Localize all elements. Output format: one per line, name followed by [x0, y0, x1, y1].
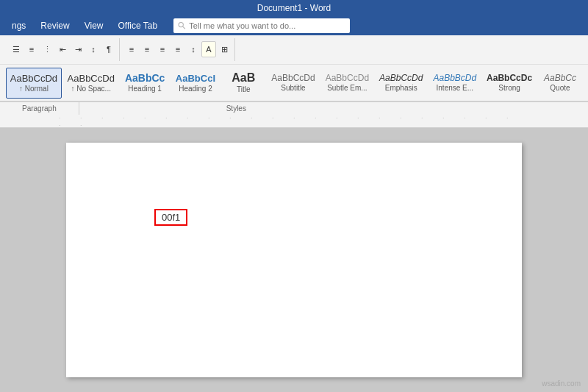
style-emphasis[interactable]: AaBbCcDd Emphasis [375, 68, 427, 99]
ribbon-toolbar: ☰ ≡ ⋮ ⇤ ⇥ ↕ ¶ ≡ ≡ ≡ ≡ ↕ A ⊞ [0, 35, 588, 65]
title-bar: Document1 - Word [0, 0, 588, 16]
document-page[interactable]: 00f1 [66, 143, 522, 377]
style-heading1-preview: AaBbCc [125, 73, 165, 83]
sort-button[interactable]: ↕ [86, 41, 101, 57]
style-normal[interactable]: AaBbCcDd ↑ Normal [6, 68, 62, 99]
style-heading1[interactable]: AaBbCc Heading 1 [121, 68, 170, 99]
style-quote-preview: AaBbCc [544, 74, 576, 82]
align-center-button[interactable]: ≡ [140, 41, 154, 57]
style-emphasis-preview: AaBbCcDd [379, 74, 423, 82]
style-heading2-label: Heading 2 [179, 85, 212, 93]
search-icon [178, 21, 186, 30]
title-text: Document1 - Word [257, 3, 331, 13]
style-subtitle-label: Subtitle [281, 84, 305, 92]
style-subtle-em-label: Subtle Em... [327, 84, 367, 92]
style-title[interactable]: AaB Title [221, 68, 265, 99]
menu-item-office-tab[interactable]: Office Tab [112, 19, 164, 32]
search-input[interactable] [189, 21, 345, 30]
style-no-space-label: ↑ No Spac... [71, 85, 110, 93]
style-title-preview: AaB [232, 72, 255, 84]
style-emphasis-label: Emphasis [385, 84, 417, 92]
style-subtitle[interactable]: AaBbCcDd Subtitle [267, 68, 319, 99]
increase-indent-button[interactable]: ⇥ [71, 41, 85, 57]
justify-button[interactable]: ≡ [171, 41, 185, 57]
decrease-indent-button[interactable]: ⇤ [55, 41, 70, 57]
style-quote-label: Quote [550, 84, 570, 92]
watermark: wsadin.com [542, 379, 581, 388]
style-intense-e-label: Intense E... [437, 84, 474, 92]
styles-label: Styles [79, 102, 393, 115]
style-normal-label: ↑ Normal [19, 85, 49, 93]
selected-text: 00f1 [154, 209, 187, 226]
style-no-space[interactable]: AaBbCcDd ↑ No Spac... [63, 68, 119, 99]
style-subtle-em[interactable]: AaBbCcDd Subtle Em... [321, 68, 373, 99]
line-spacing-button[interactable]: ↕ [186, 41, 201, 57]
borders-button[interactable]: ⊞ [217, 41, 232, 57]
ruler-content: · · · · · · · · · · · · · · · · · · · · … [59, 114, 529, 129]
text-selection-area: 00f1 [154, 209, 187, 226]
style-strong-preview: AaBbCcDc [487, 74, 532, 82]
style-quote[interactable]: AaBbCc Quote [538, 68, 582, 99]
alignment-group: ≡ ≡ ≡ ≡ ↕ A ⊞ [121, 38, 235, 61]
style-intense-e[interactable]: AaBbBcDd Intense E... [429, 68, 481, 99]
numbering-button[interactable]: ≡ [24, 41, 39, 57]
svg-line-1 [183, 26, 185, 29]
style-no-space-preview: AaBbCcDd [68, 74, 115, 83]
menu-item-review[interactable]: Review [35, 19, 75, 32]
align-right-button[interactable]: ≡ [155, 41, 170, 57]
style-heading1-label: Heading 1 [128, 85, 162, 93]
style-subtle-em-preview: AaBbCcDd [326, 74, 369, 82]
ribbon: ☰ ≡ ⋮ ⇤ ⇥ ↕ ¶ ≡ ≡ ≡ ≡ ↕ A ⊞ AaBbCcDd ↑ N… [0, 35, 588, 101]
paragraph-label: Paragraph [0, 102, 79, 115]
shading-button[interactable]: A [201, 41, 216, 57]
show-formatting-button[interactable]: ¶ [101, 41, 116, 57]
ribbon-styles: AaBbCcDd ↑ Normal AaBbCcDd ↑ No Spac... … [0, 65, 588, 101]
ruler: · · · · · · · · · · · · · · · · · · · · … [0, 115, 588, 128]
multilevel-list-button[interactable]: ⋮ [40, 41, 54, 57]
style-intense-e-preview: AaBbBcDd [433, 74, 476, 82]
menu-item-ngs[interactable]: ngs [6, 19, 32, 32]
style-strong-label: Strong [498, 84, 520, 92]
tell-me-search-box[interactable] [173, 18, 350, 33]
paragraph-group: ☰ ≡ ⋮ ⇤ ⇥ ↕ ¶ [6, 38, 120, 61]
style-heading2-preview: AaBbCcI [176, 74, 215, 83]
style-normal-preview: AaBbCcDd [10, 74, 57, 83]
ribbon-section-labels: Paragraph Styles [0, 101, 588, 115]
style-subtitle-preview: AaBbCcDd [271, 74, 315, 82]
style-strong[interactable]: AaBbCcDc Strong [482, 68, 537, 99]
style-heading2[interactable]: AaBbCcI Heading 2 [171, 68, 220, 99]
menu-item-view[interactable]: View [79, 19, 110, 32]
menu-bar: ngs Review View Office Tab [0, 16, 588, 35]
svg-point-0 [179, 22, 183, 26]
align-left-button[interactable]: ≡ [124, 41, 139, 57]
style-title-label: Title [237, 85, 251, 93]
bullets-button[interactable]: ☰ [9, 41, 24, 57]
document-area: 00f1 [0, 128, 588, 392]
